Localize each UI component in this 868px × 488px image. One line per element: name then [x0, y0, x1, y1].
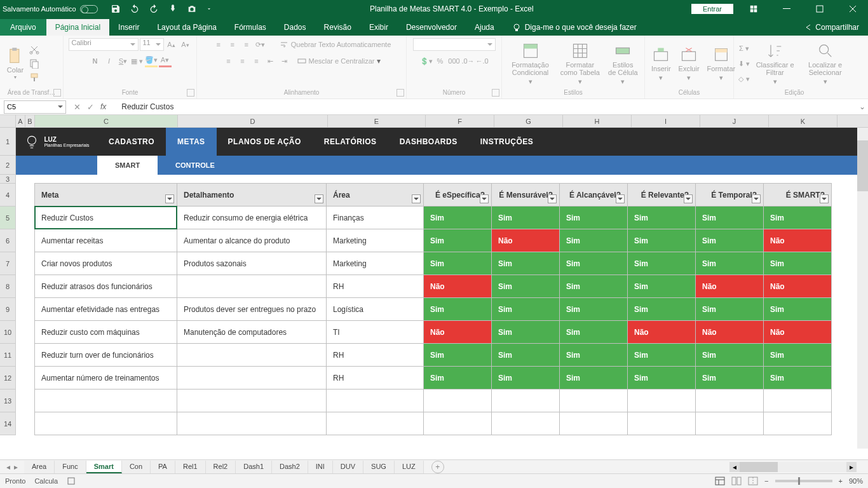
sign-in-button[interactable]: Entrar	[691, 4, 733, 14]
paste-button[interactable]: Colar ▾	[4, 46, 27, 82]
row-8[interactable]: 8	[0, 275, 16, 298]
cell-smart-flag[interactable]: Sim	[627, 206, 696, 229]
merge-button[interactable]: Mesclar e Centralizar ▾	[297, 57, 381, 65]
subnav-controle[interactable]: CONTROLE	[158, 156, 233, 175]
cell-smart-flag[interactable]: Sim	[491, 252, 560, 275]
empty-cell[interactable]	[34, 389, 177, 412]
increase-indent-icon[interactable]: ⇥	[278, 55, 291, 67]
cell-smart-flag[interactable]: Sim	[491, 320, 560, 344]
sheet-tab-duv[interactable]: DUV	[333, 461, 363, 473]
macro-record-icon[interactable]	[67, 477, 76, 485]
col-A[interactable]: A	[16, 115, 25, 127]
italic-button[interactable]: I	[103, 55, 116, 67]
undo-icon[interactable]	[130, 4, 140, 14]
empty-cell[interactable]	[763, 389, 832, 412]
view-tab[interactable]: Exibir	[360, 19, 397, 36]
hdr-temporal[interactable]: É Temporal?	[695, 183, 764, 207]
empty-cell[interactable]	[34, 412, 177, 435]
hscroll-right-icon[interactable]: ▸	[846, 462, 857, 472]
col-I[interactable]: I	[632, 115, 700, 127]
cell-det[interactable]: Manutenção de computadores	[177, 320, 327, 344]
hdr-especifica[interactable]: É eSpecífica?	[423, 183, 492, 207]
fill-icon[interactable]: ⬇ ▾	[738, 57, 750, 70]
col-B[interactable]: B	[25, 115, 35, 127]
hdr-det[interactable]: Detalhamento	[177, 183, 327, 207]
filter-icon[interactable]	[165, 194, 174, 203]
row-3[interactable]: 3	[0, 175, 16, 184]
nav-dashboards[interactable]: DASHBOARDS	[388, 128, 469, 156]
cell-smart-flag[interactable]: Sim	[559, 366, 628, 390]
expand-formula-icon[interactable]: ⌄	[857, 102, 868, 111]
cell-smart-flag[interactable]: Sim	[695, 343, 764, 367]
cell-det[interactable]: Reduzir consumo de energia elétrica	[177, 206, 327, 229]
hscroll-left-icon[interactable]: ◂	[729, 462, 740, 472]
comma-icon[interactable]: 000	[448, 55, 461, 67]
subnav-smart[interactable]: SMART	[97, 156, 158, 175]
cell-smart-flag[interactable]: Sim	[695, 297, 764, 321]
cell-det[interactable]	[177, 274, 327, 298]
autosave-toggle[interactable]: Salvamento Automático	[3, 5, 98, 13]
cell-smart-flag[interactable]: Sim	[763, 206, 832, 229]
wrap-text-button[interactable]: Quebrar Texto Automaticamente	[280, 40, 391, 49]
sheet-tab-area[interactable]: Area	[24, 461, 55, 473]
cell-smart-flag[interactable]: Sim	[559, 252, 628, 275]
nav-planos[interactable]: PLANOS DE AÇÃO	[217, 128, 313, 156]
top-align-icon[interactable]: ≡	[212, 38, 225, 51]
cell-smart-flag[interactable]: Sim	[559, 297, 628, 321]
row-13[interactable]: 13	[0, 390, 16, 412]
center-align-icon[interactable]: ≡	[236, 55, 249, 67]
cut-icon[interactable]	[29, 44, 39, 55]
hdr-area[interactable]: Área	[326, 183, 424, 207]
decrease-font-icon[interactable]: A▾	[179, 38, 192, 51]
cell-smart-flag[interactable]: Sim	[627, 274, 696, 298]
decrease-indent-icon[interactable]: ⇤	[264, 55, 277, 67]
cell-det[interactable]: Produtos sazonais	[177, 252, 327, 275]
cell-area[interactable]: RH	[326, 366, 424, 390]
sheet-tab-rel1[interactable]: Rel1	[175, 461, 206, 473]
scrollbar-thumb[interactable]	[857, 140, 868, 191]
empty-cell[interactable]	[627, 389, 696, 412]
share-button[interactable]: Compartilhar	[795, 19, 868, 36]
number-format-combo[interactable]	[413, 38, 496, 51]
font-name-combo[interactable]: Calibri	[69, 38, 139, 51]
nav-metas[interactable]: METAS	[166, 128, 217, 156]
cell-area[interactable]: Finanças	[326, 206, 424, 229]
filter-icon[interactable]	[684, 194, 693, 203]
cell-smart-flag[interactable]: Sim	[559, 229, 628, 252]
empty-cell[interactable]	[559, 389, 628, 412]
touch-mode-icon[interactable]	[168, 4, 178, 14]
formulas-tab[interactable]: Fórmulas	[226, 19, 275, 36]
sheet-tab-luz[interactable]: LUZ	[395, 461, 424, 473]
zoom-slider[interactable]	[775, 480, 832, 482]
col-D[interactable]: D	[178, 115, 328, 127]
cell-det[interactable]: Produtos dever ser entregues no prazo	[177, 297, 327, 321]
help-tab[interactable]: Ajuda	[466, 19, 503, 36]
cell-smart-flag[interactable]: Não	[423, 274, 492, 298]
cell-meta[interactable]: Aumentar receitas	[34, 229, 177, 252]
cell-meta[interactable]: Reduzir custo com máquinas	[34, 320, 177, 344]
col-C[interactable]: C	[35, 115, 178, 127]
sheet-tab-con[interactable]: Con	[122, 461, 151, 473]
cell-smart-flag[interactable]: Sim	[423, 252, 492, 275]
empty-cell[interactable]	[491, 389, 560, 412]
cell-meta[interactable]: Aumentar número de treinamentos	[34, 366, 177, 390]
camera-icon[interactable]	[187, 4, 197, 14]
hdr-mensuravel[interactable]: É Mensurável?	[491, 183, 560, 207]
close-icon[interactable]	[840, 0, 865, 18]
format-cells-button[interactable]: Formatar▾	[705, 44, 738, 83]
cell-smart-flag[interactable]: Sim	[423, 229, 492, 252]
nav-cadastro[interactable]: CADASTRO	[97, 128, 166, 156]
underline-button[interactable]: S ▾	[117, 55, 130, 67]
empty-cell[interactable]	[326, 389, 424, 412]
nav-relatorios[interactable]: RELATÓRIOS	[313, 128, 388, 156]
orientation-icon[interactable]: ⟳▾	[254, 38, 267, 51]
formula-bar[interactable]: Reduzir Custos	[118, 101, 857, 112]
increase-decimal-icon[interactable]: .0→	[462, 55, 475, 67]
cell-smart-flag[interactable]: Não	[491, 229, 560, 252]
empty-cell[interactable]	[491, 412, 560, 435]
horizontal-scrollbar[interactable]: ◂ ▸	[729, 462, 857, 472]
minimize-icon[interactable]	[774, 0, 799, 18]
row-10[interactable]: 10	[0, 321, 16, 344]
cell-smart-flag[interactable]: Sim	[627, 229, 696, 252]
sheet-tab-dash1[interactable]: Dash1	[236, 461, 272, 473]
